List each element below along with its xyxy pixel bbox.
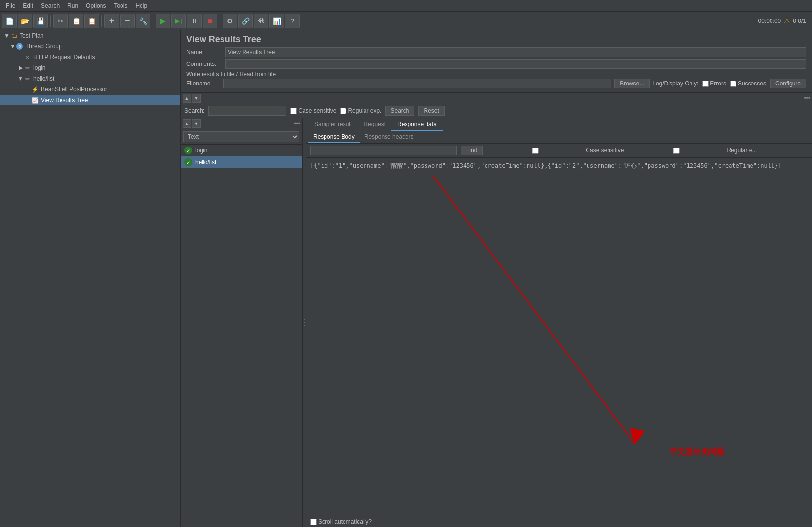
find-input[interactable] (310, 146, 457, 155)
tree-item-login[interactable]: ▶ ✏ login (0, 63, 180, 73)
right-panel: View Results Tree Name: Comments: Write … (181, 30, 812, 527)
case-sensitive-checkbox[interactable] (290, 108, 297, 114)
arrow-hello-list[interactable]: ▼ (18, 75, 23, 82)
arrow-test-plan[interactable]: ▼ (4, 32, 10, 39)
toolbar-add[interactable]: + (104, 14, 119, 28)
menu-options[interactable]: Options (82, 1, 110, 10)
toolbar-time-area: 00:00:00 ⚠ 0 0/1 (758, 17, 806, 25)
scroll-down-btn[interactable]: ▼ (192, 94, 201, 103)
arrow-thread-group[interactable]: ▼ (10, 43, 16, 50)
successes-checkbox[interactable] (730, 81, 736, 87)
content-area: ▲ ▼ ••• Text HTML XML JSON RegExp Tester (181, 118, 812, 527)
search-button[interactable]: Search (385, 106, 414, 116)
more-btn-top[interactable]: ••• (804, 95, 810, 102)
log-display-row: Log/Display Only: Errors Successes Confi… (652, 79, 806, 88)
tab-request[interactable]: Request (358, 118, 391, 131)
configure-button[interactable]: Configure (770, 79, 806, 88)
toolbar-new[interactable]: 📄 (2, 14, 17, 28)
toolbar-save[interactable]: 💾 (33, 14, 48, 28)
more-btn-list[interactable]: ••• (294, 120, 300, 127)
menu-edit[interactable]: Edit (19, 1, 37, 10)
search-row: Search: Case sensitive Regular exp. Sear… (181, 104, 812, 118)
view-results-icon: 📈 (31, 96, 39, 104)
toolbar-chart[interactable]: 📊 (269, 14, 284, 28)
find-case-sensitive-text: Case sensitive (586, 147, 624, 154)
menu-search[interactable]: Search (37, 1, 63, 10)
scroll-up-btn[interactable]: ▲ (183, 94, 191, 103)
toolbar-cut[interactable]: ✂ (53, 14, 68, 28)
filename-input[interactable] (223, 79, 611, 88)
main-area: ▼ 🗂 Test Plan ▼ ⚙ Thread Group ✕ HTTP Re… (0, 30, 812, 527)
tab-response-data[interactable]: Response data (391, 118, 443, 131)
toolbar-stop[interactable]: ⏹ (203, 14, 217, 28)
scroll-arrows-top: ▲ ▼ (183, 94, 201, 103)
panel-header: View Results Tree Name: Comments: Write … (181, 30, 812, 93)
tree-item-view-results[interactable]: 📈 View Results Tree (0, 95, 180, 105)
reset-button[interactable]: Reset (418, 106, 444, 116)
tree-item-thread-group[interactable]: ▼ ⚙ Thread Group (0, 41, 180, 52)
menu-help[interactable]: Help (131, 1, 151, 10)
toolbar-copy[interactable]: 📋 (69, 14, 83, 28)
toolbar-paste[interactable]: 📋 (84, 14, 99, 28)
list-scroll-up[interactable]: ▲ (183, 119, 191, 128)
regular-exp-checkbox[interactable] (340, 108, 346, 114)
result-item-hello-list[interactable]: ✓ hello/list (181, 156, 302, 168)
drag-handle[interactable] (303, 118, 306, 527)
search-input[interactable] (208, 106, 286, 116)
toolbar-help[interactable]: ? (285, 14, 300, 28)
toolbar-settings[interactable]: 🔧 (136, 14, 150, 28)
tree-item-http-defaults[interactable]: ✕ HTTP Request Defaults (0, 52, 180, 63)
find-button[interactable]: Find (461, 146, 483, 155)
list-scroll-down[interactable]: ▼ (192, 119, 201, 128)
errors-checkbox-label: Errors (702, 80, 726, 87)
thread-group-icon: ⚙ (16, 42, 23, 50)
format-dropdown-row: Text HTML XML JSON RegExp Tester (181, 129, 302, 145)
tree-item-test-plan[interactable]: ▼ 🗂 Test Plan (0, 30, 180, 41)
detail-panel: Sampler result Request Response data Res… (306, 118, 812, 527)
tree-item-hello-list[interactable]: ▼ ✏ hello/list (0, 73, 180, 84)
comments-input[interactable] (225, 59, 806, 69)
menu-run[interactable]: Run (63, 1, 82, 10)
sub-tab-response-headers[interactable]: Response headers (360, 131, 419, 143)
drag-dot-2 (304, 322, 305, 323)
format-select[interactable]: Text HTML XML JSON RegExp Tester (183, 131, 299, 142)
bottom-row: Scroll automatically? (306, 516, 812, 527)
scroll-arrows-list: ▲ ▼ (183, 119, 201, 128)
detail-tabs: Sampler result Request Response data (306, 118, 812, 131)
name-row: Name: (186, 47, 806, 57)
result-icon-hello-list: ✓ (184, 158, 192, 166)
scroll-auto-text: Scroll automatically? (318, 518, 372, 525)
annotation-text: 中文显示无问题 (670, 447, 724, 457)
arrow-login[interactable]: ▶ (18, 64, 23, 71)
toolbar-open[interactable]: 📂 (18, 14, 32, 28)
find-case-sensitive-label: Case sensitive (487, 147, 624, 154)
toolbar-pause[interactable]: ⏸ (187, 14, 202, 28)
response-body: [{"id":"1","username":"醒醒","password":"1… (306, 158, 812, 174)
toolbar-remove[interactable]: − (120, 14, 135, 28)
drag-dot-1 (304, 319, 305, 320)
menu-file[interactable]: File (2, 1, 19, 10)
scroll-auto-checkbox[interactable] (310, 519, 317, 525)
scroll-auto-label: Scroll automatically? (310, 518, 372, 525)
tab-sampler-result[interactable]: Sampler result (308, 118, 358, 131)
toolbar-link[interactable]: 🔗 (238, 14, 253, 28)
find-regular-exp-checkbox[interactable] (628, 148, 725, 154)
successes-label: Successes (738, 80, 766, 87)
errors-checkbox[interactable] (702, 81, 709, 87)
menu-tools[interactable]: Tools (110, 1, 131, 10)
toolbar-run[interactable]: ▶ (156, 14, 170, 28)
toolbar-wrench[interactable]: 🛠 (254, 14, 268, 28)
search-label: Search: (184, 107, 204, 114)
result-item-login[interactable]: ✓ login (181, 145, 302, 156)
sub-tab-response-body[interactable]: Response Body (308, 131, 360, 143)
http-defaults-icon: ✕ (23, 53, 31, 61)
login-icon: ✏ (23, 64, 31, 72)
results-list: ▲ ▼ ••• Text HTML XML JSON RegExp Tester (181, 118, 303, 527)
toolbar-gear[interactable]: ⚙ (223, 14, 237, 28)
browse-button[interactable]: Browse... (614, 79, 650, 88)
name-input[interactable] (225, 47, 806, 57)
toolbar-run-partial[interactable]: ▶| (171, 14, 186, 28)
find-case-sensitive-checkbox[interactable] (487, 148, 584, 154)
regular-exp-text: Regular exp. (348, 107, 381, 114)
tree-item-beanshell[interactable]: ⚡ BeanShell PostProcessor (0, 84, 180, 95)
